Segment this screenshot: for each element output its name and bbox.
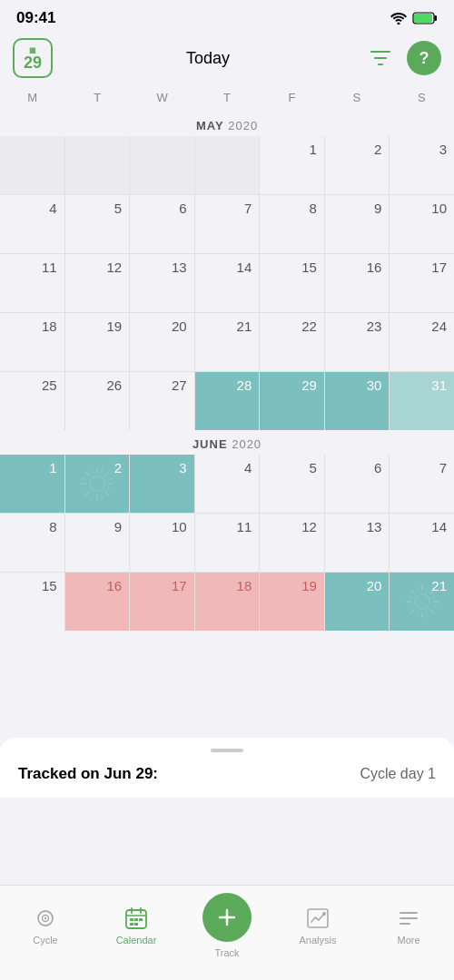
cal-cell[interactable]	[130, 136, 194, 194]
track-add-button[interactable]	[202, 893, 252, 942]
cal-cell-may-3[interactable]: 3	[390, 136, 454, 194]
tab-analysis-label: Analysis	[300, 935, 337, 946]
may-grid: 1 2 3 4 5 6 7 8 9 10 11 12 13 14 15 16 1…	[0, 136, 454, 430]
cal-cell-jun-13[interactable]: 13	[325, 514, 390, 572]
day-header-t1: T	[64, 87, 129, 108]
cal-cell-may-2[interactable]: 2	[325, 136, 390, 194]
cal-cell-jun-17[interactable]: 17	[130, 573, 194, 631]
svg-rect-46	[139, 918, 143, 921]
cal-cell-may-17[interactable]: 17	[390, 254, 454, 312]
cal-cell-jun-19[interactable]: 19	[260, 573, 324, 631]
svg-line-33	[407, 596, 412, 598]
cal-cell-jun-5[interactable]: 5	[260, 455, 324, 513]
cal-cell[interactable]	[0, 136, 64, 194]
filter-button[interactable]	[363, 41, 398, 75]
svg-rect-47	[130, 923, 133, 926]
cal-cell-may-31[interactable]: 31	[390, 372, 454, 430]
day-header-f: F	[260, 87, 324, 108]
month-label-may: MAY 2020	[0, 112, 454, 136]
tab-cycle[interactable]: Cycle	[0, 906, 91, 946]
cal-cell-may-11[interactable]: 11	[0, 254, 64, 312]
cal-cell-may-23[interactable]: 23	[325, 313, 390, 371]
cal-cell-jun-7[interactable]: 7	[390, 455, 454, 513]
june-grid: 1	[0, 455, 454, 631]
tab-track[interactable]: Track	[182, 893, 272, 958]
day-headers: M T W T F S S	[0, 87, 454, 112]
cal-cell-may-15[interactable]: 15	[260, 254, 324, 312]
cal-cell-may-25[interactable]: 25	[0, 372, 64, 430]
month-may: MAY 2020 1 2 3 4 5 6 7 8 9 10 11 12 13 1…	[0, 112, 454, 430]
cal-cell-may-1[interactable]: 1	[260, 136, 324, 194]
cal-cell-may-29[interactable]: 29	[260, 372, 324, 430]
cal-cell-jun-20[interactable]: 20	[325, 573, 390, 631]
svg-line-18	[107, 478, 113, 480]
cal-cell-may-30[interactable]: 30	[325, 372, 390, 430]
svg-line-13	[101, 468, 103, 474]
cal-cell-may-22[interactable]: 22	[260, 313, 324, 371]
cal-cell-may-28[interactable]: 28	[195, 372, 260, 430]
cal-cell-may-5[interactable]: 5	[65, 195, 130, 253]
svg-rect-2	[414, 14, 432, 23]
tab-analysis[interactable]: Analysis	[272, 906, 363, 946]
cal-cell-may-24[interactable]: 24	[390, 313, 454, 371]
cal-cell-jun-14[interactable]: 14	[390, 514, 454, 572]
svg-line-25	[410, 590, 414, 594]
cal-cell-jun-15[interactable]: 15	[0, 573, 64, 631]
info-panel-handle	[211, 749, 243, 752]
cal-cell[interactable]	[65, 136, 130, 194]
cal-cell[interactable]	[195, 136, 260, 194]
cal-cell-may-13[interactable]: 13	[130, 254, 194, 312]
day-header-s2: S	[390, 87, 454, 108]
battery-icon	[412, 12, 438, 24]
cal-cell-jun-9[interactable]: 9	[65, 514, 130, 572]
svg-line-15	[101, 494, 103, 499]
day-header-s1: S	[324, 87, 389, 108]
cycle-day-label: Cycle day 1	[360, 766, 436, 782]
svg-line-27	[410, 609, 414, 613]
cal-cell-jun-2[interactable]: 2	[65, 455, 130, 513]
cal-cell-jun-3[interactable]: 3	[130, 455, 194, 513]
cal-cell-may-27[interactable]: 27	[130, 372, 194, 430]
status-time: 09:41	[16, 9, 55, 27]
tab-more[interactable]: More	[363, 906, 454, 946]
cal-cell-may-12[interactable]: 12	[65, 254, 130, 312]
cal-cell-may-19[interactable]: 19	[65, 313, 130, 371]
cal-cell-may-9[interactable]: 9	[325, 195, 390, 253]
cal-cell-may-16[interactable]: 16	[325, 254, 390, 312]
cal-cell-may-4[interactable]: 4	[0, 195, 64, 253]
svg-line-11	[104, 491, 109, 495]
cal-cell-jun-21[interactable]: 21	[390, 573, 454, 631]
status-icons	[390, 12, 438, 24]
cal-cell-jun-12[interactable]: 12	[260, 514, 324, 572]
analysis-icon	[305, 906, 331, 931]
cal-cell-may-6[interactable]: 6	[130, 195, 194, 253]
day-header-m: M	[0, 87, 64, 108]
cal-cell-may-20[interactable]: 20	[130, 313, 194, 371]
cal-cell-may-7[interactable]: 7	[195, 195, 260, 253]
month-label-june: JUNE 2020	[0, 430, 454, 455]
cal-cell-jun-6[interactable]: 6	[325, 455, 390, 513]
svg-line-16	[82, 478, 87, 480]
cal-cell-may-21[interactable]: 21	[195, 313, 260, 371]
cal-cell-may-14[interactable]: 14	[195, 254, 260, 312]
cycle-icon	[33, 906, 58, 931]
cal-cell-jun-4[interactable]: 4	[195, 455, 260, 513]
cal-cell-may-10[interactable]: 10	[390, 195, 454, 253]
cal-cell-jun-8[interactable]: 8	[0, 514, 64, 572]
calendar-date-icon[interactable]: ▦ 29	[13, 38, 53, 78]
cal-cell-jun-10[interactable]: 10	[130, 514, 194, 572]
cal-cell-jun-1[interactable]: 1	[0, 455, 64, 513]
cal-cell-jun-16[interactable]: 16	[65, 573, 130, 631]
cal-cell-may-18[interactable]: 18	[0, 313, 64, 371]
cal-cell-jun-18[interactable]: 18	[195, 573, 260, 631]
more-icon	[396, 906, 421, 931]
svg-line-32	[426, 612, 428, 617]
cal-cell-jun-11[interactable]: 11	[195, 514, 260, 572]
cal-cell-may-26[interactable]: 26	[65, 372, 130, 430]
svg-line-36	[432, 605, 438, 607]
svg-point-52	[322, 912, 326, 916]
svg-point-20	[414, 594, 429, 610]
tab-calendar[interactable]: Calendar	[91, 906, 182, 946]
cal-cell-may-8[interactable]: 8	[260, 195, 324, 253]
help-button[interactable]: ?	[407, 41, 441, 75]
